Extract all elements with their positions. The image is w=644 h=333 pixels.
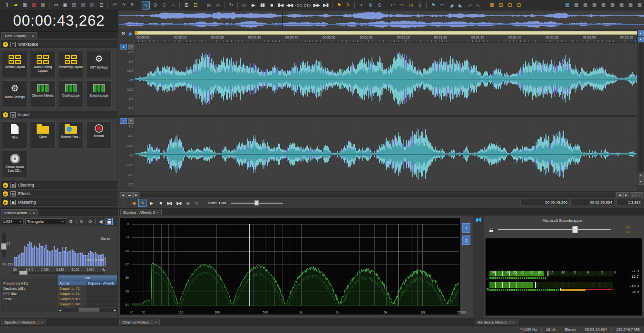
action-tile-new[interactable]: New bbox=[2, 121, 28, 148]
save-as-button[interactable]: ▦ bbox=[29, 1, 38, 10]
channel-meters-tab[interactable]: Channel Meters □ × bbox=[119, 319, 160, 325]
channel-1-minimize-button[interactable]: − bbox=[128, 44, 134, 49]
time-stretch-button[interactable]: ⊞ bbox=[497, 1, 505, 10]
pause-button[interactable]: ▮▮ bbox=[258, 1, 266, 10]
table-row[interactable]: Active:Espana - Albeniz bbox=[58, 281, 117, 286]
jog-control-button[interactable]: ◎ bbox=[214, 1, 222, 10]
table-row[interactable]: Snapshot #3: bbox=[58, 296, 117, 302]
fader-track[interactable] bbox=[498, 229, 611, 230]
copy-button[interactable]: ▣ bbox=[61, 1, 69, 10]
scroll-right-button[interactable]: ▶ bbox=[133, 192, 139, 197]
rewind-button[interactable]: ◁◁ bbox=[294, 1, 302, 10]
transport-scrub-button[interactable]: ◌ bbox=[120, 199, 128, 207]
loop-playback-button[interactable]: ↻ bbox=[227, 1, 235, 10]
redo-button[interactable]: ↷ bbox=[119, 1, 127, 10]
restore-icon[interactable]: □ bbox=[151, 321, 153, 324]
action-tile-audio-editing-layout[interactable]: Audio Editing Layout bbox=[30, 51, 56, 78]
fade-in-button[interactable]: ◢ bbox=[447, 1, 455, 10]
spectrum-analyzer-chart[interactable]: 0-9-18-27-36-45-5440501002005001k2k5k10k… bbox=[120, 218, 460, 315]
close-icon[interactable]: × bbox=[155, 321, 157, 324]
zoom-out-vertical-button[interactable]: − bbox=[638, 179, 644, 185]
loop-start-marker[interactable] bbox=[135, 31, 138, 34]
close-icon[interactable]: × bbox=[157, 211, 159, 214]
snap-zero-button[interactable]: ⊟ bbox=[191, 1, 199, 10]
transport-goto-start-button[interactable]: ▮◀ bbox=[175, 199, 183, 207]
restore-icon[interactable]: □ bbox=[29, 211, 31, 215]
docked-window-button-3[interactable]: ▦ bbox=[581, 1, 589, 10]
settings-gear-icon[interactable]: ⚙ bbox=[68, 218, 75, 225]
new-file-button[interactable]: ▯ bbox=[2, 1, 10, 10]
table-row[interactable]: Snapshot #2: bbox=[58, 291, 117, 296]
instant-action-tab[interactable]: Instant Action □ × bbox=[1, 209, 38, 215]
refresh-icon[interactable]: ↻ bbox=[78, 218, 85, 225]
chevron-right-icon[interactable]: ▶ bbox=[3, 183, 8, 188]
edit-tool-button[interactable]: ∿ bbox=[142, 1, 150, 10]
meter-channel-2-button[interactable]: 2 bbox=[462, 235, 470, 245]
fader-lock-icon[interactable] bbox=[489, 230, 493, 232]
document-tab[interactable]: Espana - Albeniz 5 × bbox=[120, 209, 162, 215]
docked-window-button-8[interactable]: ▦ bbox=[626, 1, 634, 10]
meter-channel-1-button[interactable]: 1 bbox=[462, 223, 470, 233]
repeat-button[interactable]: ↻ bbox=[128, 1, 137, 10]
action-tile-default-layout[interactable]: Default Layout bbox=[2, 51, 28, 78]
save-button[interactable]: ▦ bbox=[20, 1, 29, 10]
action-tile-open[interactable]: Open bbox=[30, 121, 56, 148]
center-cursor-button[interactable]: ┼ bbox=[416, 1, 424, 10]
chevron-right-icon[interactable]: ▶ bbox=[3, 191, 8, 196]
action-tile-recent-files[interactable]: ◔Recent Files... bbox=[58, 121, 84, 148]
section-header-mastering[interactable]: ▶▣Mastering bbox=[1, 198, 117, 206]
crossfade-button[interactable]: ◿ bbox=[465, 1, 473, 10]
docked-window-button-4[interactable]: ▦ bbox=[590, 1, 598, 10]
window-type-select[interactable]: Triangular▼ bbox=[25, 218, 66, 225]
paste-special-button[interactable]: ▥ bbox=[79, 1, 87, 10]
monitor-audio-icon[interactable]: ◀ bbox=[97, 218, 104, 225]
close-icon[interactable]: × bbox=[33, 211, 35, 215]
forward-fast-button[interactable]: ▶▶ bbox=[312, 1, 321, 10]
transport-goto-end-button[interactable]: ▶▮ bbox=[166, 199, 174, 207]
zoom-normal-button[interactable]: ▬ bbox=[127, 192, 133, 197]
snap-grid-button[interactable]: ⊞ bbox=[182, 1, 190, 10]
scrub-control-button[interactable]: ◍ bbox=[205, 1, 213, 10]
chevron-right-icon[interactable]: ▶ bbox=[3, 200, 8, 205]
horizontal-scroll-track[interactable] bbox=[141, 193, 615, 197]
auto-trim-button[interactable]: ⚐ bbox=[344, 1, 352, 10]
zoom-in-time-button[interactable]: ▶ bbox=[623, 192, 629, 197]
scroll-left-button[interactable]: ◀ bbox=[120, 192, 126, 197]
paste-button[interactable]: ▤ bbox=[70, 1, 78, 10]
transport-stop-button[interactable]: ■ bbox=[156, 199, 165, 207]
pencil-tool-button[interactable]: △ bbox=[169, 1, 177, 10]
spectrum-analysis-tab[interactable]: Spectrum Analysis □ × bbox=[1, 319, 46, 325]
channel-2-badge[interactable]: 2 bbox=[120, 118, 127, 124]
close-icon[interactable]: × bbox=[41, 321, 43, 324]
channel-2-minimize-button[interactable]: − bbox=[128, 118, 134, 124]
table-row[interactable]: Snapshot #1: bbox=[58, 286, 117, 291]
rate-slider[interactable] bbox=[231, 200, 283, 206]
section-header-cleaning[interactable]: ▶▨Cleaning bbox=[1, 181, 117, 189]
transport-edit-tool-button[interactable]: ✎ bbox=[138, 199, 146, 207]
normalize-button[interactable]: ◺ bbox=[474, 1, 482, 10]
chevron-down-icon[interactable]: ▼ bbox=[3, 112, 8, 118]
envelope-tool-button[interactable]: ⊙ bbox=[160, 1, 168, 10]
waveform-channel-1[interactable]: -2.5-6.0-12.0-Inf-12.0-6.0-2.5 1 − bbox=[119, 43, 637, 115]
rewind-fast-button[interactable]: ◀◀ bbox=[285, 1, 293, 10]
docked-window-button-1[interactable]: ▦ bbox=[563, 1, 571, 10]
fade-out-button[interactable]: ◣ bbox=[456, 1, 464, 10]
transport-record-button[interactable]: ◉ bbox=[184, 199, 192, 207]
zoom-in-vertical-button[interactable]: + bbox=[638, 173, 644, 178]
play-all-button[interactable]: ▷ bbox=[240, 1, 248, 10]
rate-slider-handle[interactable] bbox=[254, 200, 259, 206]
sync-icon[interactable]: ↺ bbox=[87, 218, 94, 225]
redo-view-button[interactable]: ↪ bbox=[398, 1, 406, 10]
set-time-button[interactable]: ◷ bbox=[407, 1, 415, 10]
scroll-down-button[interactable]: ▼ bbox=[638, 37, 644, 42]
action-tile-record[interactable]: Record bbox=[86, 121, 112, 148]
action-tile-mastering-layout[interactable]: Mastering Layout bbox=[58, 51, 84, 78]
restore-icon[interactable]: □ bbox=[508, 321, 510, 324]
stop-button[interactable]: ■ bbox=[267, 1, 275, 10]
magnify-tool-button[interactable]: ⊕ bbox=[151, 1, 159, 10]
zoom-selection-button[interactable]: ⊕ bbox=[366, 1, 374, 10]
section-header-import[interactable]: ▼▥Import bbox=[1, 111, 117, 118]
insert-region-button[interactable]: ▭ bbox=[438, 1, 446, 10]
auto-region-button[interactable]: ⊠ bbox=[488, 1, 496, 10]
scroll-up-button[interactable]: ▲ bbox=[638, 30, 644, 36]
